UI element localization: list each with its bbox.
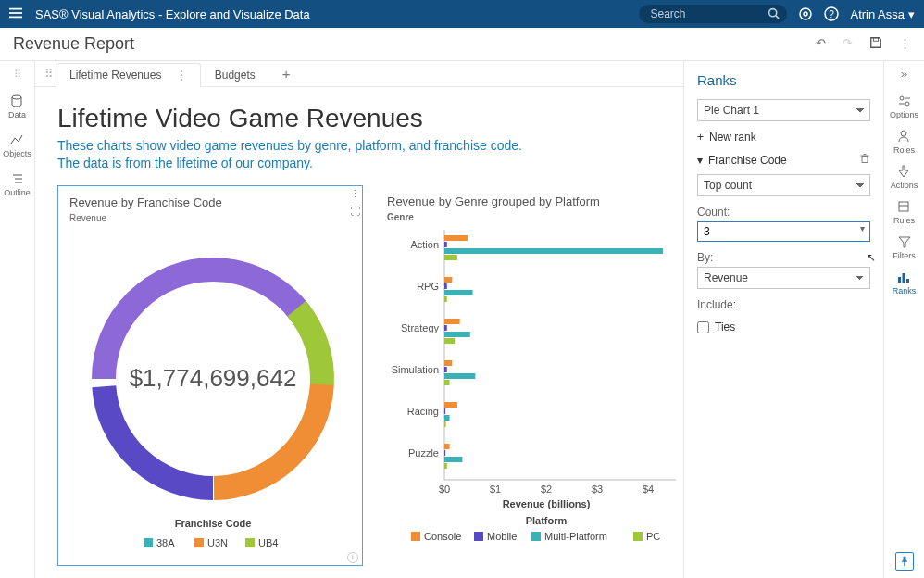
svg-text:Simulation: Simulation	[392, 364, 439, 375]
svg-rect-22	[245, 538, 255, 547]
right-rail: » Options Roles Actions Rules Filters	[883, 61, 924, 578]
save-button[interactable]	[869, 36, 882, 52]
apps-icon[interactable]	[798, 6, 813, 21]
user-name-label: Atrin Assa	[850, 7, 905, 21]
svg-rect-1	[9, 12, 22, 14]
svg-rect-65	[474, 532, 483, 541]
ties-label: Ties	[715, 320, 735, 333]
svg-rect-39	[444, 338, 455, 344]
svg-text:PC: PC	[646, 531, 660, 542]
rail-item-objects[interactable]: Objects	[3, 132, 31, 158]
collapse-right-rail[interactable]: »	[901, 67, 907, 81]
svg-rect-54	[444, 463, 447, 469]
svg-text:Platform: Platform	[526, 515, 568, 526]
tabs-row: ⠿ Lifetime Revenues ⋮ Budgets +	[35, 61, 683, 87]
rail-item-outline[interactable]: Outline	[4, 171, 31, 197]
svg-point-3	[769, 9, 777, 17]
chevron-down-icon: ▾	[697, 154, 703, 167]
chevron-down-icon: ▾	[908, 7, 915, 21]
chart-card-franchise[interactable]: ⋮ ⛶ Revenue by Franchise Code Revenue	[57, 185, 363, 566]
svg-rect-71	[862, 157, 868, 163]
include-label: Include:	[697, 298, 870, 311]
chart1-legend-title: Franchise Code	[175, 518, 252, 529]
chart-card-genre[interactable]: Revenue by Genre grouped by Platform Gen…	[376, 185, 683, 566]
svg-rect-34	[444, 296, 447, 302]
help-icon[interactable]: ?	[824, 6, 839, 21]
svg-text:Strategy: Strategy	[401, 322, 439, 333]
delete-rank-icon[interactable]	[859, 153, 870, 167]
aggregation-select[interactable]: Top count	[697, 174, 870, 196]
rail-actions[interactable]: Actions	[891, 164, 918, 190]
rail-roles[interactable]: Roles	[893, 129, 915, 155]
app-topbar: SAS® Visual Analytics - Explore and Visu…	[0, 0, 924, 28]
tab-lifetime-revenues[interactable]: Lifetime Revenues ⋮	[56, 63, 201, 87]
svg-text:Action: Action	[410, 239, 439, 250]
svg-rect-53	[444, 457, 462, 462]
svg-rect-33	[444, 290, 473, 295]
ties-checkbox[interactable]	[697, 321, 709, 333]
add-tab-button[interactable]: +	[282, 66, 291, 82]
svg-text:38A: 38A	[156, 537, 175, 548]
undo-button[interactable]: ↶	[816, 36, 826, 52]
svg-text:RPG: RPG	[417, 281, 439, 292]
tab-drag-handle[interactable]: ⠿	[44, 67, 56, 81]
menu-icon[interactable]	[9, 6, 24, 22]
svg-rect-43	[444, 373, 475, 379]
svg-text:$3: $3	[592, 484, 603, 495]
plus-icon: +	[697, 131, 704, 144]
rail-options[interactable]: Options	[890, 94, 918, 119]
svg-point-5	[800, 8, 811, 19]
canvas-area: ⠿ Lifetime Revenues ⋮ Budgets + Lifetime…	[35, 61, 684, 578]
ranks-target-select[interactable]: Pie Chart 1	[697, 99, 870, 121]
svg-text:?: ?	[830, 9, 835, 19]
rail-data[interactable]: ⠿	[14, 69, 21, 81]
svg-marker-79	[899, 166, 908, 177]
svg-point-76	[905, 102, 909, 106]
user-menu[interactable]: Atrin Assa ▾	[850, 7, 915, 21]
rail-rules[interactable]: Rules	[893, 199, 915, 225]
app-title: SAS® Visual Analytics - Explore and Visu…	[35, 7, 310, 21]
rail-item-data[interactable]: Data	[8, 94, 26, 119]
redo-button[interactable]: ↷	[843, 36, 853, 52]
pin-button[interactable]	[895, 552, 914, 571]
svg-rect-42	[444, 367, 447, 372]
report-title: Lifetime Video Game Revenues	[57, 104, 661, 133]
svg-rect-20	[194, 538, 204, 547]
by-select[interactable]: Revenue	[697, 267, 870, 289]
search-input[interactable]	[639, 5, 787, 23]
svg-rect-46	[444, 402, 457, 408]
info-badge[interactable]: i	[347, 552, 358, 563]
svg-line-4	[776, 16, 779, 19]
chart1-title: Revenue by Franchise Code	[69, 195, 351, 209]
card-more-icon[interactable]: ⋮	[350, 188, 360, 200]
donut-center-value: $1,774,699,642	[130, 364, 297, 392]
svg-text:Multi-Platform: Multi-Platform	[544, 531, 607, 542]
search-icon[interactable]	[768, 7, 780, 19]
rail-filters[interactable]: Filters	[893, 234, 916, 260]
donut-chart: $1,774,699,642 Franchise Code 38A U3N UB…	[69, 223, 356, 557]
rank-section-header[interactable]: ▾ Franchise Code	[697, 153, 870, 167]
card-expand-icon[interactable]: ⛶	[350, 206, 360, 217]
report-subtitle: These charts show video game revenues by…	[57, 137, 661, 172]
svg-rect-80	[899, 202, 908, 211]
tab-options-icon[interactable]: ⋮	[176, 69, 187, 82]
by-label: By:	[697, 251, 870, 264]
spinner-icon[interactable]: ▾	[860, 223, 865, 233]
svg-point-78	[901, 131, 906, 136]
svg-rect-31	[444, 277, 452, 283]
ranks-panel-title: Ranks	[697, 72, 870, 88]
ranks-panel: Ranks Pie Chart 1 + New rank ▾ Franchise…	[684, 61, 883, 578]
svg-rect-2	[9, 16, 22, 18]
tab-budgets[interactable]: Budgets	[201, 63, 269, 87]
svg-rect-51	[444, 444, 450, 449]
rail-ranks[interactable]: Ranks	[893, 270, 917, 295]
svg-rect-37	[444, 325, 447, 331]
svg-text:Mobile: Mobile	[487, 531, 517, 542]
more-menu-button[interactable]: ⋮	[899, 36, 911, 52]
new-rank-button[interactable]: + New rank	[697, 131, 870, 144]
cursor-icon: ↖	[867, 251, 876, 264]
svg-text:Console: Console	[424, 531, 461, 542]
count-input[interactable]	[697, 221, 870, 242]
grouped-bar-chart: ActionRPGStrategySimulationRacingPuzzle$…	[387, 222, 683, 556]
svg-text:UB4: UB4	[258, 537, 278, 548]
